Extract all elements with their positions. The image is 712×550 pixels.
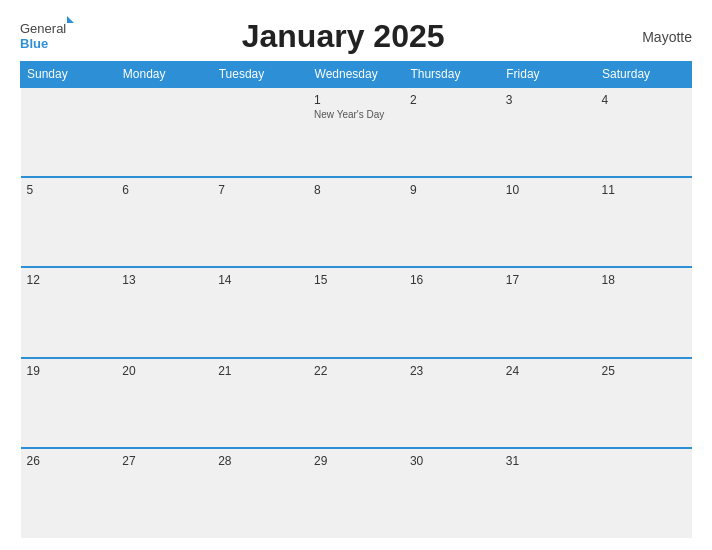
calendar-day-cell: 25 <box>596 358 692 448</box>
calendar-week-row: 12131415161718 <box>21 267 692 357</box>
day-number: 13 <box>122 273 206 287</box>
weekday-header-row: Sunday Monday Tuesday Wednesday Thursday… <box>21 62 692 88</box>
region-label: Mayotte <box>612 29 692 45</box>
logo-blue-text: Blue <box>20 37 74 51</box>
calendar-day-cell: 12 <box>21 267 117 357</box>
calendar-day-cell: 26 <box>21 448 117 538</box>
calendar-day-cell: 21 <box>212 358 308 448</box>
day-number: 5 <box>27 183 111 197</box>
weekday-thursday: Thursday <box>404 62 500 88</box>
calendar-day-cell: 24 <box>500 358 596 448</box>
calendar-day-cell <box>212 87 308 177</box>
day-number: 25 <box>602 364 686 378</box>
calendar-day-cell: 7 <box>212 177 308 267</box>
calendar-day-cell: 27 <box>116 448 212 538</box>
day-number: 17 <box>506 273 590 287</box>
day-number: 7 <box>218 183 302 197</box>
calendar-week-row: 262728293031 <box>21 448 692 538</box>
calendar-day-cell: 1New Year's Day <box>308 87 404 177</box>
calendar-day-cell: 30 <box>404 448 500 538</box>
logo-general-text: General <box>20 22 66 36</box>
calendar-week-row: 1New Year's Day234 <box>21 87 692 177</box>
day-number: 22 <box>314 364 398 378</box>
calendar-day-cell: 28 <box>212 448 308 538</box>
calendar-day-cell: 23 <box>404 358 500 448</box>
calendar-day-cell: 16 <box>404 267 500 357</box>
calendar-day-cell: 4 <box>596 87 692 177</box>
weekday-monday: Monday <box>116 62 212 88</box>
day-number: 26 <box>27 454 111 468</box>
day-number: 3 <box>506 93 590 107</box>
calendar-week-row: 19202122232425 <box>21 358 692 448</box>
calendar-day-cell: 13 <box>116 267 212 357</box>
day-number: 12 <box>27 273 111 287</box>
calendar-day-cell: 10 <box>500 177 596 267</box>
calendar-title: January 2025 <box>74 18 612 55</box>
calendar-page: General Blue January 2025 Mayotte Sunday… <box>0 0 712 550</box>
weekday-friday: Friday <box>500 62 596 88</box>
day-number: 19 <box>27 364 111 378</box>
weekday-sunday: Sunday <box>21 62 117 88</box>
calendar-header: General Blue January 2025 Mayotte <box>20 18 692 55</box>
calendar-day-cell: 18 <box>596 267 692 357</box>
day-number: 14 <box>218 273 302 287</box>
day-number: 24 <box>506 364 590 378</box>
calendar-week-row: 567891011 <box>21 177 692 267</box>
day-number: 4 <box>602 93 686 107</box>
calendar-body: 1New Year's Day2345678910111213141516171… <box>21 87 692 538</box>
weekday-wednesday: Wednesday <box>308 62 404 88</box>
calendar-day-cell: 2 <box>404 87 500 177</box>
calendar-day-cell: 20 <box>116 358 212 448</box>
day-number: 31 <box>506 454 590 468</box>
day-number: 9 <box>410 183 494 197</box>
calendar-day-cell: 5 <box>21 177 117 267</box>
calendar-day-cell: 14 <box>212 267 308 357</box>
calendar-day-cell: 15 <box>308 267 404 357</box>
calendar-day-cell: 6 <box>116 177 212 267</box>
day-number: 28 <box>218 454 302 468</box>
calendar-day-cell: 19 <box>21 358 117 448</box>
day-number: 23 <box>410 364 494 378</box>
day-number: 8 <box>314 183 398 197</box>
calendar-day-cell <box>596 448 692 538</box>
day-number: 10 <box>506 183 590 197</box>
day-number: 1 <box>314 93 398 107</box>
day-number: 16 <box>410 273 494 287</box>
logo-triangle-icon <box>67 16 74 23</box>
day-number: 18 <box>602 273 686 287</box>
logo: General Blue <box>20 22 74 51</box>
calendar-day-cell <box>116 87 212 177</box>
calendar-day-cell <box>21 87 117 177</box>
day-number: 11 <box>602 183 686 197</box>
weekday-saturday: Saturday <box>596 62 692 88</box>
calendar-table: Sunday Monday Tuesday Wednesday Thursday… <box>20 61 692 538</box>
day-number: 30 <box>410 454 494 468</box>
weekday-tuesday: Tuesday <box>212 62 308 88</box>
day-number: 2 <box>410 93 494 107</box>
day-number: 15 <box>314 273 398 287</box>
calendar-day-cell: 29 <box>308 448 404 538</box>
calendar-day-cell: 22 <box>308 358 404 448</box>
day-number: 21 <box>218 364 302 378</box>
calendar-day-cell: 8 <box>308 177 404 267</box>
calendar-day-cell: 31 <box>500 448 596 538</box>
day-number: 27 <box>122 454 206 468</box>
day-number: 20 <box>122 364 206 378</box>
day-number: 29 <box>314 454 398 468</box>
calendar-day-cell: 9 <box>404 177 500 267</box>
calendar-day-cell: 3 <box>500 87 596 177</box>
logo-block: General Blue <box>20 22 74 51</box>
day-event: New Year's Day <box>314 109 398 120</box>
day-number: 6 <box>122 183 206 197</box>
calendar-day-cell: 17 <box>500 267 596 357</box>
calendar-day-cell: 11 <box>596 177 692 267</box>
